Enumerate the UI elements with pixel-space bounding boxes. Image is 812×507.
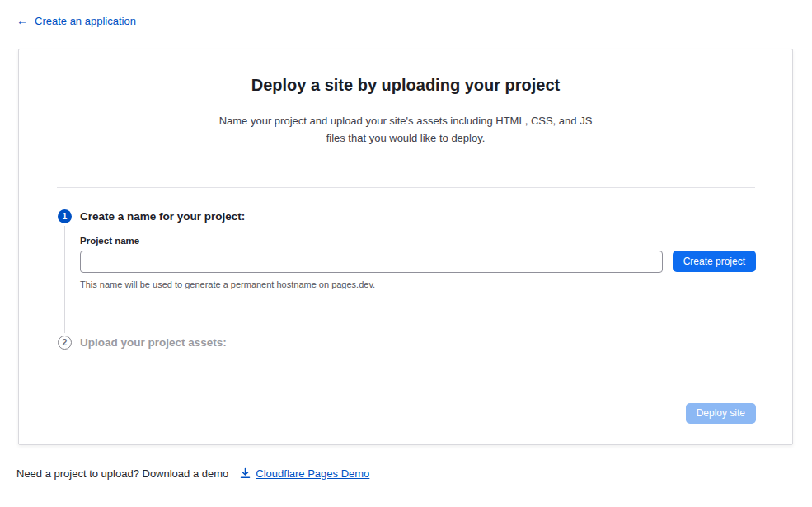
cloudflare-pages-demo-link[interactable]: Cloudflare Pages Demo	[240, 467, 369, 480]
step-1-body: Create a name for your project: Project …	[80, 209, 756, 336]
step-1-heading: Create a name for your project:	[80, 209, 756, 223]
demo-link-label: Cloudflare Pages Demo	[256, 467, 369, 480]
steps: 1 Create a name for your project: Projec…	[19, 188, 792, 350]
page-title: Deploy a site by uploading your project	[19, 76, 792, 95]
step-upload-assets: 2 Upload your project assets:	[58, 336, 756, 350]
download-icon	[240, 467, 251, 479]
project-name-input[interactable]	[80, 251, 663, 273]
step-create-name: 1 Create a name for your project: Projec…	[58, 209, 756, 336]
step-1-badge: 1	[58, 209, 72, 223]
arrow-left-icon: ←	[16, 15, 28, 26]
footer-text: Need a project to upload? Download a dem…	[16, 467, 228, 480]
step-1-rail: 1	[58, 209, 72, 336]
footer: Need a project to upload? Download a dem…	[16, 467, 812, 480]
back-link-label: Create an application	[35, 15, 136, 27]
back-link-create-an-application[interactable]: ← Create an application	[16, 15, 136, 27]
project-name-row: Create project	[80, 251, 756, 273]
step-2-heading: Upload your project assets:	[80, 336, 756, 349]
deploy-row: Deploy site	[19, 350, 792, 424]
project-name-helper-text: This name will be used to generate a per…	[80, 279, 756, 289]
step-2-body: Upload your project assets:	[80, 336, 756, 350]
step-2-rail: 2	[58, 336, 72, 350]
topbar: ← Create an application	[0, 0, 812, 28]
create-project-button[interactable]: Create project	[673, 251, 756, 272]
deploy-upload-card: Deploy a site by uploading your project …	[18, 49, 793, 445]
page-subtitle: Name your project and upload your site's…	[212, 113, 599, 148]
step-connector-line	[64, 226, 65, 333]
step-2-badge: 2	[58, 336, 72, 350]
project-name-label: Project name	[80, 236, 756, 246]
deploy-site-button[interactable]: Deploy site	[686, 403, 756, 424]
